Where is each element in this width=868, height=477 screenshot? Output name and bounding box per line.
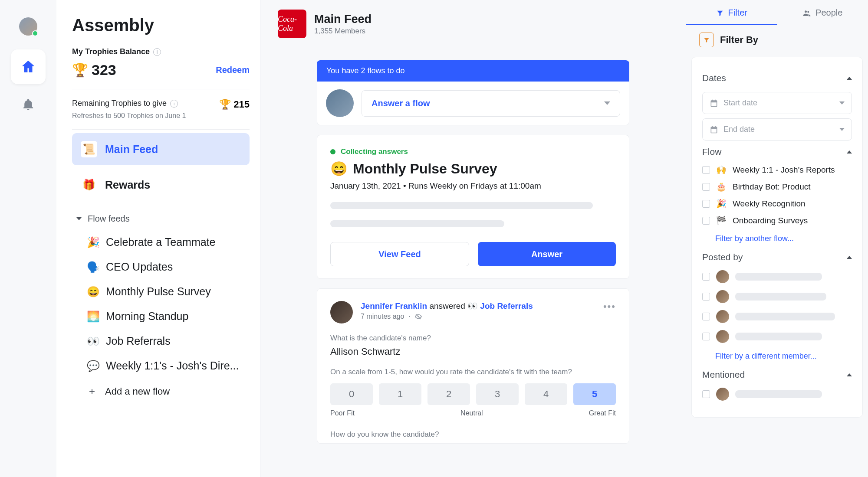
sidebar-item-main-feed[interactable]: 📜 Main Feed: [72, 133, 250, 165]
party-icon: 🎉: [87, 236, 100, 248]
checkbox[interactable]: [702, 293, 710, 301]
checkbox[interactable]: [702, 273, 710, 281]
checkbox[interactable]: [702, 217, 710, 225]
flow-filter-option[interactable]: 🎉Weekly Recognition: [702, 195, 852, 212]
calendar-icon: [710, 125, 718, 134]
survey-title: 😄 Monthly Pulse Survey: [330, 160, 616, 177]
smile-icon: 😄: [330, 160, 348, 177]
visibility-off-icon: [415, 313, 422, 320]
sunrise-icon: 🌅: [87, 310, 100, 323]
avatar: [716, 330, 729, 343]
flow-item-referrals[interactable]: 👀Job Referrals: [72, 329, 250, 353]
scale-option-1[interactable]: 1: [379, 383, 421, 405]
filter-panel: Filter People Filter By Dates Start date…: [686, 0, 868, 477]
current-user-avatar[interactable]: [19, 17, 37, 36]
tab-filter[interactable]: Filter: [686, 0, 777, 25]
status-dot-icon: [330, 149, 335, 154]
flow-item-celebrate[interactable]: 🎉Celebrate a Teammate: [72, 230, 250, 255]
checkbox[interactable]: [702, 390, 710, 398]
skeleton-line: [330, 202, 593, 209]
todo-banner: You have 2 flows to do: [317, 60, 629, 82]
home-icon: [20, 59, 36, 75]
nav-home[interactable]: [11, 49, 46, 84]
todo-card: You have 2 flows to do Answer a flow: [317, 60, 629, 125]
tab-people[interactable]: People: [777, 0, 868, 25]
people-icon: [802, 9, 811, 17]
status-badge: Collecting answers: [330, 147, 616, 156]
start-date-input[interactable]: Start date: [702, 92, 852, 114]
chevron-down-icon: [604, 101, 610, 105]
add-flow-button[interactable]: + Add a new flow: [72, 378, 250, 405]
info-icon[interactable]: i: [153, 48, 161, 56]
scale-option-4[interactable]: 4: [525, 383, 567, 405]
filter-section-mentioned[interactable]: Mentioned: [702, 363, 852, 384]
survey-card: Collecting answers 😄 Monthly Pulse Surve…: [317, 135, 629, 279]
flow-item-ceo-updates[interactable]: 🗣️CEO Updates: [72, 255, 250, 279]
filter-section-flow[interactable]: Flow: [702, 140, 852, 161]
feed-header: Coca-Cola Main Feed 1,355 Members: [260, 0, 686, 48]
speech-icon: 💬: [87, 360, 100, 372]
sidebar: Assembly My Trophies Balance i 🏆 323 Red…: [56, 0, 260, 477]
question-label: How do you know the candidate?: [330, 430, 616, 439]
redeem-link[interactable]: Redeem: [216, 65, 250, 75]
flow-filter-option[interactable]: 🙌Weekly 1:1 - Josh's Reports: [702, 161, 852, 178]
flow-filter-option[interactable]: 🎂Birthday Bot: Product: [702, 178, 852, 195]
avatar: [716, 270, 729, 283]
page-title: Main Feed: [314, 13, 372, 26]
flow-filter-option[interactable]: 🏁Onboarding Surveys: [702, 212, 852, 229]
scale-option-3[interactable]: 3: [476, 383, 519, 405]
svg-point-1: [807, 11, 809, 13]
flow-link[interactable]: Job Referrals: [480, 301, 533, 310]
sidebar-item-rewards[interactable]: 🎁 Rewards: [72, 169, 250, 201]
chevron-up-icon: [847, 373, 852, 376]
avatar: [716, 290, 729, 303]
view-feed-button[interactable]: View Feed: [330, 242, 469, 266]
scale-option-2[interactable]: 2: [427, 383, 470, 405]
flow-item-pulse-survey[interactable]: 😄Monthly Pulse Survey: [72, 279, 250, 304]
checkbox[interactable]: [702, 313, 710, 320]
flow-item-standup[interactable]: 🌅Morning Standup: [72, 304, 250, 329]
chevron-down-icon: [839, 128, 845, 131]
plus-icon: +: [87, 386, 97, 397]
remaining-trophies-label: Remaining Trophies to give i: [72, 99, 178, 108]
answer-flow-dropdown[interactable]: Answer a flow: [362, 90, 620, 117]
skeleton-line: [735, 293, 826, 301]
member-filter-option[interactable]: [702, 384, 852, 404]
eyes-icon: 👀: [467, 301, 478, 310]
filter-section-dates[interactable]: Dates: [702, 67, 852, 88]
filter-different-member-link[interactable]: Filter by a different member...: [702, 346, 852, 363]
scale-option-5[interactable]: 5: [573, 383, 616, 405]
sidebar-item-label: Main Feed: [105, 143, 158, 156]
presence-indicator: [32, 30, 38, 36]
remaining-trophies-value: 🏆 215: [219, 99, 250, 110]
filter-another-flow-link[interactable]: Filter by another flow...: [702, 229, 852, 246]
scale-widget: 0 1 2 3 4 5: [330, 383, 616, 405]
scale-labels: Poor Fit Neutral Great Fit: [330, 409, 616, 417]
checkbox[interactable]: [702, 200, 710, 208]
nav-notifications[interactable]: [22, 98, 35, 113]
post-menu-button[interactable]: •••: [603, 301, 616, 312]
filter-icon: [716, 9, 724, 17]
scale-option-0[interactable]: 0: [330, 383, 373, 405]
refresh-note: Refreshes to 500 Trophies on June 1: [72, 112, 250, 130]
answer-button[interactable]: Answer: [478, 242, 616, 266]
checkbox[interactable]: [702, 333, 710, 340]
flow-feeds-header[interactable]: Flow feeds: [72, 201, 250, 230]
trophy-balance-label: My Trophies Balance i: [72, 47, 250, 56]
speaking-icon: 🗣️: [87, 261, 100, 273]
filter-tabs: Filter People: [686, 0, 868, 25]
checkbox[interactable]: [702, 166, 710, 174]
member-count: 1,355 Members: [314, 27, 372, 36]
member-filter-option[interactable]: [702, 287, 852, 307]
author-link[interactable]: Jennifer Franklin: [361, 301, 427, 310]
filter-by-header: Filter By: [686, 25, 868, 52]
end-date-input[interactable]: End date: [702, 118, 852, 140]
avatar: [326, 89, 354, 117]
member-filter-option[interactable]: [702, 307, 852, 327]
checkbox[interactable]: [702, 183, 710, 191]
flow-item-weekly-11[interactable]: 💬Weekly 1:1's - Josh's Dire...: [72, 353, 250, 378]
member-filter-option[interactable]: [702, 327, 852, 346]
info-icon[interactable]: i: [170, 100, 178, 108]
filter-section-posted-by[interactable]: Posted by: [702, 246, 852, 267]
member-filter-option[interactable]: [702, 267, 852, 287]
